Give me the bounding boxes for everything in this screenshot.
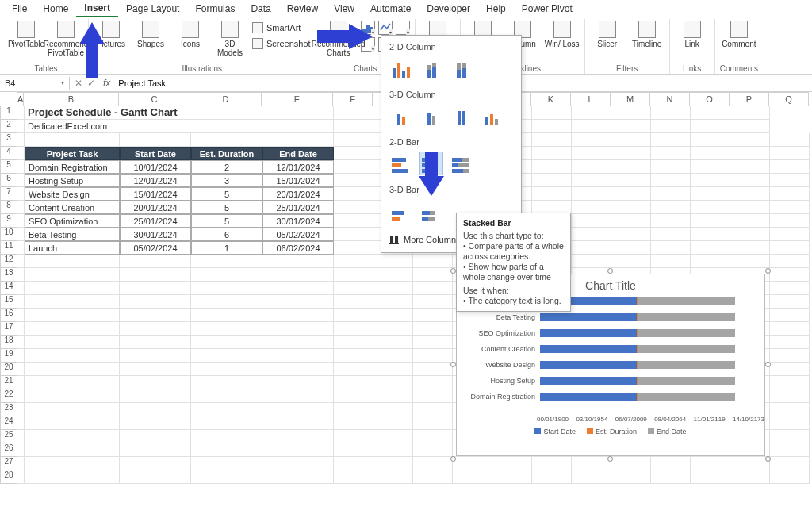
row-header[interactable]: 21 — [0, 376, 17, 389]
cell[interactable] — [334, 160, 373, 174]
row-header[interactable]: 7 — [0, 187, 17, 201]
cell[interactable] — [191, 443, 262, 457]
cell[interactable]: 25/01/2024 — [120, 214, 191, 228]
col-header-L[interactable]: L — [571, 92, 611, 106]
cell[interactable] — [730, 106, 770, 120]
cell[interactable] — [25, 282, 120, 295]
cell[interactable] — [334, 241, 373, 255]
col-header-O[interactable]: O — [690, 92, 730, 106]
cell[interactable] — [651, 214, 691, 228]
cell[interactable]: 20/01/2024 — [120, 201, 191, 214]
cell[interactable] — [191, 349, 262, 363]
col-header-E[interactable]: E — [262, 92, 333, 106]
cell[interactable] — [611, 214, 651, 228]
cell[interactable] — [572, 201, 611, 214]
cell[interactable]: 12/01/2024 — [262, 160, 334, 174]
cell[interactable] — [413, 309, 453, 322]
cell[interactable] — [17, 187, 25, 201]
cell[interactable]: Hosting Setup — [25, 174, 120, 187]
cell[interactable]: 10/01/2024 — [120, 160, 191, 174]
cell[interactable] — [572, 187, 611, 201]
cell[interactable] — [532, 160, 572, 174]
cell[interactable] — [770, 282, 810, 295]
cell[interactable] — [17, 228, 25, 241]
cell[interactable] — [691, 174, 730, 187]
cell[interactable] — [691, 160, 730, 174]
col-header-K[interactable]: K — [531, 92, 571, 106]
cell[interactable] — [120, 268, 191, 282]
cell[interactable] — [770, 416, 810, 430]
cell[interactable] — [770, 349, 810, 363]
cell[interactable] — [770, 174, 810, 187]
row-header[interactable]: 15 — [0, 295, 17, 309]
cell[interactable] — [191, 295, 262, 309]
menu-file[interactable]: File — [4, 1, 35, 17]
cell[interactable] — [17, 255, 25, 268]
cell[interactable] — [611, 241, 651, 255]
cell[interactable] — [25, 133, 120, 147]
cell[interactable] — [262, 457, 334, 470]
cell[interactable] — [120, 376, 191, 389]
cell[interactable] — [532, 470, 572, 484]
cell[interactable] — [413, 363, 453, 376]
cell[interactable]: Domain Registration — [25, 160, 120, 174]
cell[interactable] — [730, 174, 770, 187]
cell[interactable] — [691, 133, 730, 147]
cell[interactable] — [770, 470, 810, 484]
name-box[interactable]: B4▾ — [0, 77, 70, 90]
cell[interactable] — [413, 389, 453, 403]
cell[interactable] — [611, 187, 651, 201]
insert-line-chart-button[interactable]: ▾ — [378, 21, 393, 35]
cell[interactable] — [611, 147, 651, 160]
smartart-button[interactable]: SmartArt — [252, 21, 311, 35]
cell[interactable] — [120, 443, 191, 457]
row-header[interactable]: 19 — [0, 349, 17, 363]
cell[interactable] — [691, 201, 730, 214]
cell[interactable] — [770, 336, 810, 349]
cell[interactable] — [413, 255, 453, 268]
cell[interactable] — [691, 457, 730, 470]
cell[interactable] — [17, 376, 25, 389]
cell[interactable] — [413, 416, 453, 430]
cell[interactable]: DedicatedExcel.com — [25, 120, 334, 133]
cell[interactable]: 5 — [191, 201, 262, 214]
cell[interactable] — [17, 336, 25, 349]
cell[interactable] — [730, 201, 770, 214]
cell[interactable] — [25, 457, 120, 470]
cell[interactable] — [770, 133, 810, 147]
cell[interactable] — [730, 457, 770, 470]
cell[interactable] — [191, 363, 262, 376]
row-header[interactable]: 6 — [0, 174, 17, 187]
cell[interactable] — [770, 309, 810, 322]
col-header-D[interactable]: D — [190, 92, 262, 106]
cell[interactable] — [373, 430, 413, 443]
row-header[interactable]: 2 — [0, 120, 17, 133]
cell[interactable] — [611, 255, 651, 268]
cell[interactable] — [17, 416, 25, 430]
cell[interactable] — [572, 214, 611, 228]
cell[interactable] — [334, 470, 373, 484]
cell[interactable] — [17, 214, 25, 228]
cell[interactable] — [770, 255, 810, 268]
cell[interactable] — [611, 106, 651, 120]
cell[interactable] — [262, 403, 334, 416]
col-header-N[interactable]: N — [650, 92, 690, 106]
cell[interactable] — [334, 376, 373, 389]
menu-view[interactable]: View — [326, 1, 362, 17]
cell[interactable] — [25, 268, 120, 282]
cell[interactable] — [17, 309, 25, 322]
100-stacked-column-option[interactable] — [450, 56, 473, 80]
cell[interactable] — [334, 403, 373, 416]
cell[interactable] — [120, 322, 191, 336]
row-header[interactable]: 28 — [0, 470, 17, 484]
cell[interactable] — [17, 443, 25, 457]
col-header-F[interactable]: F — [333, 92, 373, 106]
cell[interactable] — [17, 133, 25, 147]
cell[interactable] — [691, 214, 730, 228]
cell[interactable] — [770, 147, 810, 160]
row-header[interactable]: 11 — [0, 241, 17, 255]
cell[interactable]: 6 — [191, 228, 262, 241]
cell[interactable] — [262, 389, 334, 403]
menu-power-pivot[interactable]: Power Pivot — [514, 1, 580, 17]
cell[interactable] — [262, 133, 334, 147]
